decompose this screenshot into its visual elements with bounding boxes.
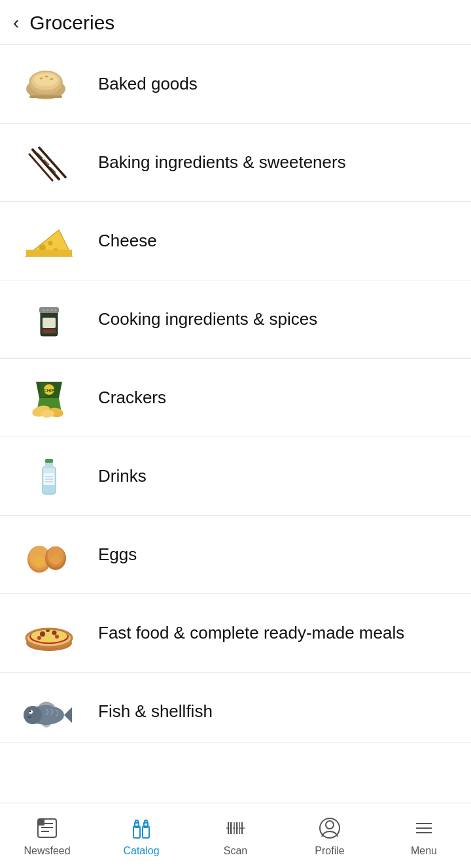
- back-button[interactable]: ‹: [13, 14, 19, 32]
- nav-item-profile[interactable]: Profile: [283, 803, 377, 868]
- nav-item-scan[interactable]: Scan: [188, 803, 283, 868]
- category-item-fast-food[interactable]: Fast food & complete ready-made meals: [0, 594, 471, 673]
- category-item-baking-ingredients[interactable]: Baking ingredients & sweeteners: [0, 124, 471, 202]
- svg-point-60: [55, 635, 59, 639]
- svg-point-63: [24, 706, 42, 724]
- menu-lines-icon: [411, 815, 437, 841]
- svg-rect-7: [29, 95, 62, 98]
- header: ‹ Groceries: [0, 0, 471, 45]
- category-label-fast-food: Fast food & complete ready-made meals: [98, 622, 404, 644]
- nav-label-scan: Scan: [224, 845, 247, 857]
- category-label-crackers: Crackers: [98, 387, 166, 409]
- nav-label-newsfeed: Newsfeed: [24, 845, 70, 857]
- category-icon-cheese: [20, 216, 78, 265]
- category-icon-eggs: [20, 530, 78, 579]
- category-icon-fast-food: [20, 609, 78, 658]
- nav-label-menu: Menu: [411, 845, 437, 857]
- category-item-cooking-ingredients[interactable]: Cooking ingredients & spices: [0, 280, 471, 359]
- category-item-baked-goods[interactable]: Baked goods: [0, 45, 471, 124]
- svg-point-57: [52, 630, 57, 635]
- category-item-fish[interactable]: Fish & shellfish: [0, 673, 471, 743]
- svg-point-49: [34, 556, 44, 566]
- newsfeed-icon: [34, 815, 60, 841]
- svg-marker-19: [26, 250, 72, 256]
- page-title: Groceries: [29, 12, 114, 34]
- svg-point-24: [43, 309, 45, 311]
- svg-rect-70: [38, 819, 44, 826]
- category-icon-baking-ingredients: [20, 138, 78, 187]
- scan-icon: [222, 815, 249, 841]
- nav-item-newsfeed[interactable]: Newsfeed: [0, 803, 94, 868]
- svg-rect-37: [45, 459, 53, 463]
- category-label-baking-ingredients: Baking ingredients & sweeteners: [98, 152, 346, 174]
- category-label-drinks: Drinks: [98, 465, 147, 488]
- category-list: Baked goods Baking ingredients & sweeten…: [0, 45, 471, 743]
- category-item-eggs[interactable]: Eggs: [0, 516, 471, 594]
- category-label-cooking-ingredients: Cooking ingredients & spices: [98, 309, 317, 331]
- category-label-fish: Fish & shellfish: [98, 701, 213, 723]
- catalog-icon: [128, 815, 154, 841]
- svg-point-65: [29, 710, 31, 712]
- svg-text:CHIP: CHIP: [44, 388, 55, 393]
- svg-rect-22: [43, 318, 56, 328]
- svg-point-25: [47, 309, 49, 311]
- svg-rect-28: [43, 329, 56, 333]
- svg-point-26: [51, 309, 53, 311]
- category-icon-crackers: CHIP: [20, 373, 78, 422]
- category-label-eggs: Eggs: [98, 544, 137, 566]
- category-icon-baked-goods: [20, 59, 78, 108]
- svg-point-56: [40, 631, 45, 637]
- category-label-cheese: Cheese: [98, 230, 157, 252]
- nav-label-catalog: Catalog: [123, 845, 159, 857]
- svg-point-50: [51, 555, 60, 564]
- category-item-cheese[interactable]: Cheese: [0, 202, 471, 280]
- svg-point-3: [34, 73, 58, 86]
- svg-point-59: [37, 636, 41, 640]
- svg-point-18: [48, 241, 53, 245]
- category-icon-drinks: [20, 452, 78, 501]
- svg-point-85: [326, 821, 334, 829]
- category-icon-cooking-spices: [20, 295, 78, 344]
- profile-icon: [317, 815, 343, 841]
- svg-point-27: [55, 309, 57, 311]
- nav-label-profile: Profile: [315, 845, 344, 857]
- category-item-crackers[interactable]: CHIP Crackers: [0, 359, 471, 437]
- svg-rect-42: [43, 485, 55, 493]
- category-icon-fish: [20, 687, 78, 736]
- category-item-drinks[interactable]: Drinks: [0, 437, 471, 516]
- nav-item-catalog[interactable]: Catalog: [94, 803, 188, 868]
- category-label-baked-goods: Baked goods: [98, 73, 198, 95]
- bottom-nav: Newsfeed Catalog: [0, 803, 471, 868]
- nav-item-menu[interactable]: Menu: [377, 803, 471, 868]
